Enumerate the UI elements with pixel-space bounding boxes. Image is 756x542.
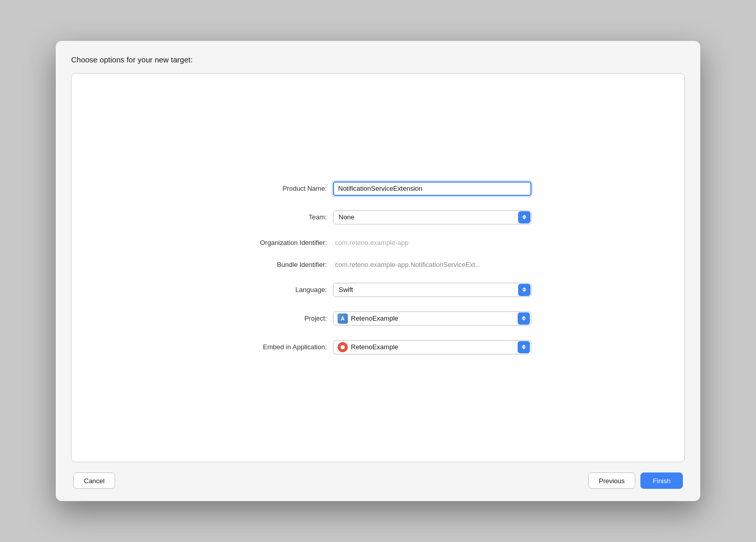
language-row: Language: Swift Objective-C — [225, 283, 531, 297]
project-value: RetenoExample — [351, 314, 398, 322]
embed-value: RetenoExample — [351, 343, 398, 351]
language-select[interactable]: Swift Objective-C — [333, 283, 531, 297]
dialog-header-title: Choose options for your new target: — [71, 55, 685, 64]
team-select[interactable]: None — [333, 210, 531, 224]
project-row: Project: A RetenoExample — [225, 311, 531, 326]
embed-select-wrapper[interactable]: RetenoExample — [333, 340, 531, 354]
product-name-row: Product Name: — [225, 182, 531, 196]
project-select-wrapper[interactable]: A RetenoExample — [333, 311, 531, 326]
project-select-arrow-icon — [518, 312, 530, 325]
team-label: Team: — [225, 213, 327, 221]
dialog-footer: Cancel Previous Finish — [71, 472, 685, 489]
embed-app-icon — [338, 342, 348, 352]
chevron-up-icon — [522, 345, 526, 347]
team-select-wrapper: None — [333, 210, 531, 224]
bundle-identifier-row: Bundle Identifier: com.reteno.example-ap… — [225, 261, 531, 268]
org-identifier-label: Organization Identifier: — [225, 239, 327, 246]
footer-right: Previous Finish — [588, 472, 683, 489]
embed-select-arrow-icon — [518, 341, 530, 353]
project-label: Project: — [225, 314, 327, 322]
team-row: Team: None — [225, 210, 531, 224]
bundle-identifier-value: com.reteno.example-app.NotificationServi… — [333, 261, 531, 268]
language-select-wrapper: Swift Objective-C — [333, 283, 531, 297]
bundle-identifier-label: Bundle Identifier: — [225, 261, 327, 268]
chevron-down-icon — [522, 319, 526, 321]
project-app-icon: A — [338, 313, 348, 324]
form-container: Product Name: Team: None Organi — [225, 182, 531, 354]
embed-row: Embed in Application: RetenoExample — [225, 340, 531, 354]
chevron-up-icon — [522, 316, 526, 318]
previous-button[interactable]: Previous — [588, 472, 636, 489]
product-name-input[interactable] — [333, 182, 531, 196]
org-identifier-value: com.reteno.example-app — [333, 239, 531, 246]
cancel-button[interactable]: Cancel — [73, 472, 115, 489]
language-label: Language: — [225, 286, 327, 293]
chevron-down-icon — [522, 347, 526, 349]
product-name-label: Product Name: — [225, 185, 327, 192]
dialog-container: Choose options for your new target: Prod… — [56, 41, 700, 501]
content-area: Product Name: Team: None Organi — [71, 73, 685, 462]
embed-label: Embed in Application: — [225, 343, 327, 351]
org-identifier-row: Organization Identifier: com.reteno.exam… — [225, 239, 531, 246]
finish-button[interactable]: Finish — [640, 472, 683, 489]
